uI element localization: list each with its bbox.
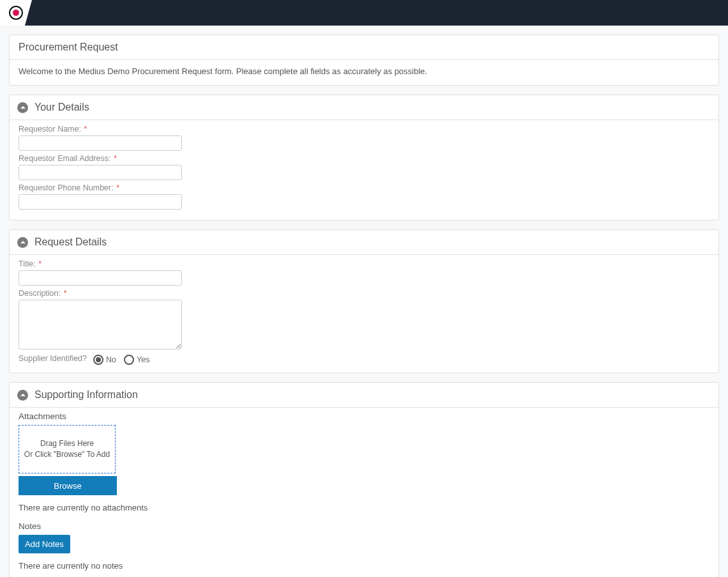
supporting-info-header[interactable]: Supporting Information bbox=[10, 383, 718, 408]
topbar bbox=[0, 0, 728, 26]
required-star: * bbox=[114, 154, 117, 163]
add-notes-button[interactable]: Add Notes bbox=[19, 535, 70, 553]
radio-yes[interactable]: Yes bbox=[124, 355, 149, 365]
radio-yes-label: Yes bbox=[137, 355, 149, 364]
supporting-info-title: Supporting Information bbox=[34, 389, 138, 401]
your-details-section: Your Details Requestor Name: * Requestor… bbox=[9, 95, 719, 220]
requestor-name-label: Requestor Name: bbox=[19, 125, 81, 134]
required-star: * bbox=[116, 183, 119, 192]
requestor-phone-input[interactable] bbox=[19, 194, 182, 210]
description-textarea[interactable] bbox=[19, 300, 182, 350]
request-details-header[interactable]: Request Details bbox=[10, 230, 718, 255]
no-attachments-text: There are currently no attachments bbox=[19, 503, 709, 512]
attachments-label: Attachments bbox=[19, 412, 709, 421]
intro-welcome-text: Welcome to the Medius Demo Procurement R… bbox=[19, 66, 709, 76]
description-label: Description: bbox=[19, 289, 61, 298]
page: Procurement Request Welcome to the Mediu… bbox=[0, 26, 728, 577]
browse-button[interactable]: Browse bbox=[19, 476, 117, 495]
request-details-section: Request Details Title: * Description: * … bbox=[9, 229, 719, 373]
intro-title: Procurement Request bbox=[10, 35, 718, 60]
required-star: * bbox=[84, 125, 87, 134]
title-input[interactable] bbox=[19, 270, 182, 286]
required-star: * bbox=[38, 259, 42, 268]
title-label: Title: bbox=[19, 259, 36, 268]
dropzone-line2: Or Click "Browse" To Add bbox=[24, 449, 110, 460]
requestor-name-input[interactable] bbox=[19, 135, 182, 151]
collapse-icon[interactable] bbox=[17, 390, 28, 401]
requestor-email-input[interactable] bbox=[19, 165, 182, 180]
requestor-email-label: Requestor Email Address: bbox=[19, 154, 111, 163]
your-details-header[interactable]: Your Details bbox=[10, 95, 718, 120]
radio-icon bbox=[93, 355, 103, 365]
request-details-title: Request Details bbox=[34, 236, 107, 248]
intro-card: Procurement Request Welcome to the Mediu… bbox=[9, 35, 719, 86]
svg-point-1 bbox=[13, 10, 19, 16]
radio-no[interactable]: No bbox=[93, 355, 116, 365]
requestor-phone-label: Requestor Phone Number: bbox=[19, 183, 114, 192]
collapse-icon[interactable] bbox=[17, 237, 28, 248]
supporting-info-section: Supporting Information Attachments Drag … bbox=[9, 382, 719, 577]
collapse-icon[interactable] bbox=[17, 102, 28, 113]
radio-no-label: No bbox=[106, 355, 116, 364]
no-notes-text: There are currently no notes bbox=[19, 561, 709, 571]
brand-logo bbox=[0, 0, 32, 26]
your-details-title: Your Details bbox=[34, 102, 89, 113]
required-star: * bbox=[64, 289, 67, 298]
target-icon bbox=[9, 6, 23, 20]
attachments-dropzone[interactable]: Drag Files Here Or Click "Browse" To Add bbox=[19, 425, 116, 473]
notes-label: Notes bbox=[19, 521, 709, 531]
radio-icon bbox=[124, 355, 134, 365]
supplier-identified-label: Supplier Identified? bbox=[19, 354, 87, 363]
dropzone-line1: Drag Files Here bbox=[40, 438, 94, 449]
